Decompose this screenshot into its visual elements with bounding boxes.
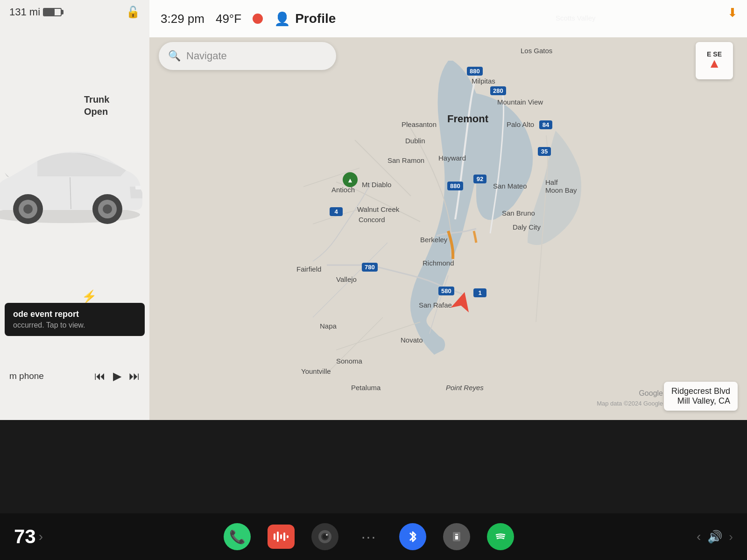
road-label-box: Ridgecrest Blvd Mill Valley, CA [664, 382, 738, 411]
bluetooth-icon [406, 529, 419, 544]
prev-button[interactable]: ⏮ [94, 370, 106, 383]
audio-button[interactable] [268, 525, 295, 549]
download-icon[interactable]: ⬇ [727, 6, 738, 20]
search-icon: 🔍 [168, 50, 181, 62]
camera-icon [317, 529, 332, 544]
svg-rect-24 [455, 536, 458, 539]
svg-rect-14 [277, 532, 279, 542]
car-image: ⚡ [0, 117, 149, 238]
map-data-attribution: Map data ©2024 Google [597, 400, 663, 407]
compass-arrow: ▲ [708, 56, 721, 71]
volume-icon[interactable]: 🔊 [707, 530, 722, 544]
svg-rect-8 [135, 186, 141, 189]
header-bar: 3:29 pm 49°F 👤 Profile [149, 0, 747, 37]
profile-icon: 👤 [274, 11, 290, 27]
range-display: 131 mi [9, 6, 40, 18]
taskbar-left: 73 › [14, 525, 70, 548]
left-panel: 131 mi 🔓 TrunkOpen [0, 0, 149, 420]
spotify-button[interactable] [487, 523, 514, 550]
car-status-top: 131 mi 🔓 [0, 0, 149, 24]
speed-display: 73 [14, 525, 36, 548]
profile-label: Profile [295, 11, 336, 26]
battery-info: 131 mi [9, 6, 62, 18]
header-time: 3:29 pm [161, 12, 204, 26]
google-watermark: Google [639, 389, 663, 398]
svg-rect-23 [455, 534, 458, 535]
battery-fill [44, 9, 55, 15]
road-line1: Ridgecrest Blvd [671, 386, 730, 396]
taskbar-right-chevron[interactable]: › [729, 530, 733, 544]
info-button[interactable] [443, 523, 470, 550]
bluetooth-button[interactable] [399, 523, 426, 550]
taskbar-right: ‹ 🔊 › [668, 529, 733, 544]
road-line2: Mill Valley, CA [671, 396, 730, 406]
shield-880-hayward: 880 [447, 182, 463, 190]
svg-rect-15 [280, 534, 282, 539]
svg-text:▲: ▲ [347, 176, 353, 184]
shield-780: 780 [362, 263, 378, 272]
audio-wave-icon [273, 530, 289, 544]
more-button[interactable]: ··· [355, 523, 382, 550]
phone-button[interactable]: 📞 [224, 523, 251, 550]
shield-35: 35 [538, 147, 551, 156]
camera-button[interactable] [311, 523, 338, 550]
shield-84: 84 [539, 120, 552, 129]
taskbar-icons: 📞 ··· [70, 523, 668, 550]
compass[interactable]: E SE ▲ [696, 42, 733, 79]
shield-1: 1 [473, 288, 486, 297]
taskbar-left-chevron[interactable]: ‹ [697, 529, 701, 544]
notification-subtitle: occurred. Tap to view. [13, 321, 136, 329]
shield-280: 280 [490, 86, 506, 95]
profile-section[interactable]: 👤 Profile [274, 11, 336, 27]
spotify-icon [493, 529, 508, 545]
charge-indicator: ⚡ [82, 289, 97, 304]
dots-icon: ··· [361, 528, 377, 546]
battery-bar [43, 8, 62, 16]
search-placeholder[interactable]: Navigate [186, 50, 227, 62]
shield-580: 580 [438, 287, 454, 295]
sentry-notification[interactable]: ode event report occurred. Tap to view. [5, 303, 145, 336]
speed-chevron[interactable]: › [39, 529, 43, 544]
phone-icon: 📞 [229, 529, 246, 545]
media-controls: m phone ⏮ ▶ ⏭ [0, 370, 149, 383]
header-temp: 49°F [216, 12, 241, 26]
svg-point-6 [103, 204, 112, 214]
taskbar: 73 › 📞 ··· [0, 513, 747, 560]
shield-92: 92 [473, 175, 486, 183]
svg-point-25 [493, 529, 508, 544]
info-icon [450, 529, 463, 544]
svg-rect-16 [283, 532, 285, 541]
media-label: m phone [9, 371, 87, 381]
record-indicator [253, 14, 263, 24]
shield-4: 4 [330, 207, 343, 216]
notification-title: ode event report [13, 309, 136, 319]
svg-rect-13 [274, 533, 275, 540]
trunk-status: TrunkOpen [84, 93, 109, 118]
next-button[interactable]: ⏭ [129, 370, 140, 383]
svg-rect-17 [287, 535, 289, 538]
play-button[interactable]: ▶ [113, 370, 121, 383]
car-svg [0, 117, 149, 238]
shield-880-milpitas: 880 [467, 67, 483, 76]
lock-icon: 🔓 [126, 6, 140, 19]
search-bar[interactable]: 🔍 Navigate [159, 42, 336, 70]
svg-point-3 [23, 204, 33, 214]
svg-point-21 [326, 534, 328, 536]
